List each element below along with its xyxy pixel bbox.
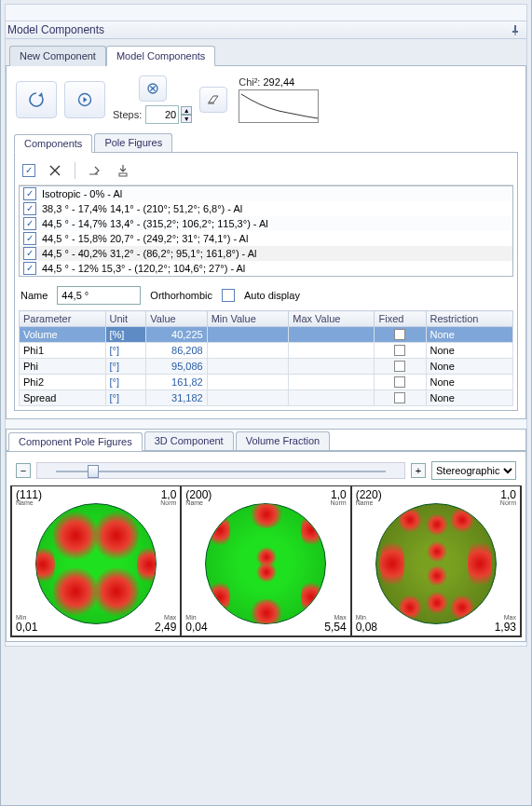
projection-select[interactable]: Stereographic <box>431 461 516 480</box>
chi-value: 292,44 <box>263 76 294 88</box>
tab-3d-component[interactable]: 3D Component <box>144 431 234 450</box>
fixed-check[interactable] <box>394 361 405 372</box>
play-button[interactable] <box>64 81 105 118</box>
component-list[interactable]: Isotropic - 0% - Al 38,3 ° - 17,4% 14,1°… <box>19 185 513 277</box>
table-row[interactable]: Phi[°]95,086None <box>20 359 513 375</box>
tab-new-component[interactable]: New Component <box>9 46 106 66</box>
pole-figure-220: Name (220) Norm 1,0 Min 0,08 Max 1,93 <box>351 485 521 636</box>
steps-label: Steps: <box>113 109 142 120</box>
save-icon[interactable] <box>115 162 131 179</box>
steps-up[interactable]: ▲ <box>181 106 192 115</box>
subtab-pole-figures[interactable]: Pole Figures <box>94 133 172 152</box>
erase-button[interactable] <box>199 87 227 113</box>
fixed-check[interactable] <box>394 392 405 403</box>
svg-rect-2 <box>515 33 516 35</box>
pole-figure-row: Name (111) Norm 1,0 Min 0,01 Max 2,49 <box>10 485 522 637</box>
col-max[interactable]: Max Value <box>289 311 375 327</box>
table-row[interactable]: Phi2[°]161,82None <box>20 375 513 390</box>
list-item[interactable]: 38,3 ° - 17,4% 14,1° - (210°; 51,2°; 6,8… <box>42 203 242 214</box>
row-check[interactable] <box>23 232 36 245</box>
tab-component-pole-figures[interactable]: Component Pole Figures <box>8 432 143 451</box>
name-input[interactable] <box>57 286 141 305</box>
list-item[interactable]: 44,5 ° - 12% 15,3° - (120,2°; 104,6°; 27… <box>42 263 245 274</box>
chi-chart <box>239 89 319 123</box>
parameter-table: Parameter Unit Value Min Value Max Value… <box>19 310 513 406</box>
col-value[interactable]: Value <box>146 311 207 327</box>
list-item[interactable]: 44,5 ° - 14,7% 13,4° - (315,2°; 106,2°; … <box>42 218 268 229</box>
delete-icon[interactable] <box>47 162 63 179</box>
auto-display-check[interactable] <box>222 289 235 302</box>
svg-rect-0 <box>514 25 516 32</box>
svg-rect-5 <box>119 173 127 176</box>
fixed-check[interactable] <box>394 345 405 356</box>
col-restriction[interactable]: Restriction <box>426 311 513 327</box>
check-all[interactable] <box>22 164 35 177</box>
zoom-in-button[interactable]: + <box>411 463 426 478</box>
divider <box>75 162 75 179</box>
fixed-check[interactable] <box>394 376 405 388</box>
auto-display-label: Auto display <box>244 290 300 301</box>
fixed-check[interactable] <box>394 329 405 340</box>
list-item[interactable]: 44,5 ° - 15,8% 20,7° - (249,2°; 31°; 74,… <box>42 233 248 244</box>
components-tabstrip: Components Pole Figures <box>14 130 518 153</box>
col-fixed[interactable]: Fixed <box>375 311 426 327</box>
name-label: Name <box>20 290 48 301</box>
chi-label: Chi²: <box>239 76 260 88</box>
export-icon[interactable] <box>87 162 103 179</box>
row-check[interactable] <box>23 187 36 200</box>
table-row[interactable]: Volume[%]40,225None <box>20 327 513 343</box>
steps-down[interactable]: ▼ <box>181 115 192 123</box>
col-unit[interactable]: Unit <box>105 311 146 327</box>
panel-title: Model Components <box>7 23 104 36</box>
tab-model-components[interactable]: Model Components <box>106 46 215 66</box>
row-check[interactable] <box>23 217 36 230</box>
delete-step-button[interactable] <box>139 75 167 102</box>
table-row[interactable]: Phi1[°]86,208None <box>20 343 513 359</box>
subtab-components[interactable]: Components <box>14 134 92 153</box>
col-parameter[interactable]: Parameter <box>20 311 106 327</box>
top-tabstrip: New Component Model Components <box>6 39 526 66</box>
pole-figure-200: Name (200) Norm 1,0 Min 0,04 Max 5,54 <box>181 485 350 636</box>
svg-rect-1 <box>512 31 518 33</box>
zoom-slider[interactable] <box>36 462 405 479</box>
row-check[interactable] <box>23 202 36 215</box>
tab-volume-fraction[interactable]: Volume Fraction <box>236 431 330 450</box>
col-min[interactable]: Min Value <box>207 311 289 327</box>
table-row[interactable]: Spread[°]31,182None <box>20 390 513 406</box>
steps-input[interactable] <box>145 105 179 124</box>
pin-icon[interactable] <box>510 24 521 35</box>
list-item[interactable]: 44,5 ° - 40,2% 31,2° - (86,2°; 95,1°; 16… <box>42 248 257 259</box>
row-check[interactable] <box>23 247 36 260</box>
zoom-out-button[interactable]: − <box>16 463 31 478</box>
refresh-button[interactable] <box>16 81 57 118</box>
list-item[interactable]: Isotropic - 0% - Al <box>42 188 122 199</box>
pole-figure-111: Name (111) Norm 1,0 Min 0,01 Max 2,49 <box>11 485 181 636</box>
symmetry-label: Orthorhombic <box>150 290 212 301</box>
row-check[interactable] <box>23 262 36 275</box>
